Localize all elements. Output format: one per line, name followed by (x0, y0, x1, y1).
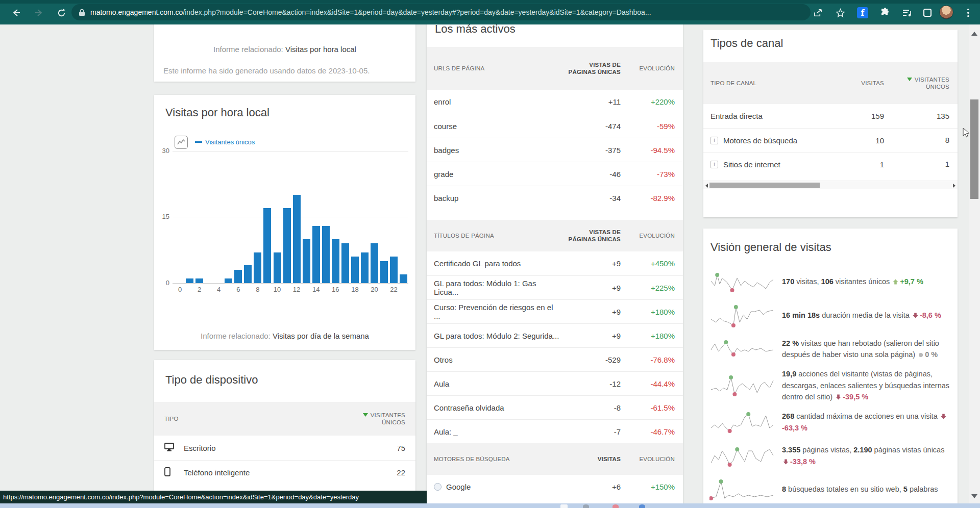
sparkline-chart[interactable] (709, 408, 776, 437)
bar-hour-8[interactable] (254, 252, 261, 283)
vertical-scrollbar-thumb[interactable] (970, 99, 978, 199)
column-header-label[interactable]: TÍTULOS DE PÁGINA (434, 233, 560, 239)
bar-hour-19[interactable] (361, 252, 369, 283)
facebook-extension-icon[interactable]: f (856, 6, 869, 19)
address-bar[interactable]: matomo.engagement.com.co/index.php?modul… (71, 4, 811, 20)
sparkline-chart[interactable] (709, 267, 776, 296)
bar-hour-23[interactable] (400, 274, 407, 283)
bar-hour-10[interactable] (274, 252, 281, 283)
refresh-button[interactable] (54, 5, 69, 20)
channel-label[interactable]: +Motores de búsqueda (710, 136, 828, 145)
windows-taskbar[interactable] (0, 503, 980, 508)
taskbar-icon[interactable] (560, 504, 568, 508)
bar-hour-17[interactable] (341, 243, 349, 283)
channel-table-row[interactable]: Entrada directa 159 135 (703, 104, 958, 128)
table-row[interactable]: Certificado GL para todos +9 +450% (427, 251, 683, 275)
sparkline-chart[interactable] (709, 371, 776, 400)
row-label[interactable]: Google (434, 482, 560, 491)
scroll-right-icon[interactable] (953, 184, 955, 188)
extensions-puzzle-icon[interactable] (878, 6, 892, 19)
row-label[interactable]: Certificado GL para todos (434, 259, 560, 268)
bar-hour-11[interactable] (283, 208, 291, 283)
bar-hour-2[interactable] (195, 278, 203, 283)
share-icon[interactable] (811, 6, 824, 19)
channel-table-row[interactable]: +Sitios de internet 1 1 (703, 152, 958, 176)
row-label[interactable]: backup (434, 194, 560, 202)
row-label[interactable]: course (434, 122, 560, 131)
device-table-row[interactable]: Teléfono inteligente 22 (154, 460, 415, 485)
overview-metric-row[interactable]: 3.355 páginas vistas, 2.190 páginas vist… (709, 442, 953, 470)
overview-metric-row[interactable]: 22 % visitas que han rebotado (salieron … (709, 335, 953, 363)
table-row[interactable]: Otros -529 -76.8% (427, 347, 683, 371)
column-header-label[interactable]: MOTORES DE BÚSQUEDA (434, 456, 560, 462)
bar-hour-14[interactable] (312, 226, 320, 283)
bookmark-star-icon[interactable] (834, 6, 847, 19)
sparkline-chart[interactable] (709, 442, 776, 470)
bar-hour-6[interactable] (234, 270, 242, 283)
profile-avatar[interactable] (939, 5, 953, 19)
expand-icon[interactable]: + (710, 137, 718, 144)
lock-icon[interactable] (79, 9, 85, 16)
back-button[interactable] (9, 5, 24, 20)
row-label[interactable]: Contraseña olvidada (434, 403, 560, 412)
scroll-up-icon[interactable] (971, 32, 977, 36)
column-header-evolution[interactable]: EVOLUCIÓN (621, 65, 675, 71)
column-header-value[interactable]: VISTAS DE PÁGINAS ÚNICAS (560, 61, 621, 75)
column-header-type[interactable]: TIPO (164, 416, 339, 422)
row-label[interactable]: GL para todos: Módulo 2: Segurida... (434, 332, 560, 340)
column-header-evolution[interactable]: EVOLUCIÓN (621, 233, 675, 239)
forward-button[interactable] (31, 5, 46, 20)
horizontal-scrollbar-thumb[interactable] (709, 183, 820, 188)
bar-hour-7[interactable] (244, 265, 252, 283)
taskbar-icon[interactable] (639, 504, 645, 508)
table-row[interactable]: backup -34 -82.9% (427, 186, 683, 210)
device-label[interactable]: Escritorio (184, 444, 397, 452)
row-label[interactable]: Otros (434, 355, 560, 364)
column-header-value[interactable]: VISITAS (560, 455, 621, 463)
bar-hour-12[interactable] (293, 195, 301, 283)
table-row[interactable]: GL para todos: Módulo 2: Segurida... +9 … (427, 323, 683, 347)
table-row[interactable]: GL para todos: Módulo 1: Gas Licua... +9… (427, 275, 683, 299)
channel-label[interactable]: Entrada directa (710, 112, 828, 120)
column-header-evolution[interactable]: EVOLUCIÓN (621, 456, 675, 462)
table-row[interactable]: Aula -12 -44.4% (427, 371, 683, 395)
bar-hour-13[interactable] (303, 239, 310, 283)
horizontal-scrollbar[interactable] (703, 181, 958, 189)
row-label[interactable]: GL para todos: Módulo 1: Gas Licua... (434, 279, 560, 296)
taskbar-icon[interactable] (583, 504, 589, 508)
row-label[interactable]: Aula (434, 379, 560, 388)
column-header-unique-visitors[interactable]: VISITANTES ÚNICOS (339, 412, 405, 426)
related-report-link[interactable]: Visitas por hora local (285, 45, 356, 54)
table-row[interactable]: grade -46 -73% (427, 162, 683, 186)
bar-hour-21[interactable] (380, 261, 388, 283)
channel-table-row[interactable]: +Motores de búsqueda 10 8 (703, 128, 958, 152)
overview-metric-row[interactable]: 170 visitas, 106 visitantes únicos +9,7 … (709, 267, 953, 296)
browser-menu-icon[interactable] (962, 6, 975, 19)
column-header-channel-type[interactable]: TIPO DE CANAL (710, 80, 828, 86)
bar-hour-18[interactable] (351, 257, 359, 283)
row-label[interactable]: badges (434, 146, 560, 155)
row-label[interactable]: grade (434, 170, 560, 179)
table-row[interactable]: course -474 -59% (427, 114, 683, 138)
column-header-unique-visitors[interactable]: VISITANTES ÚNICOS (884, 76, 949, 90)
chart-legend[interactable]: Visitantes únicos (195, 138, 255, 146)
export-image-icon[interactable] (175, 136, 188, 149)
column-header-visits[interactable]: VISITAS (828, 80, 884, 86)
bar-hour-16[interactable] (332, 239, 339, 283)
sparkline-chart[interactable] (709, 475, 776, 504)
related-report-link[interactable]: Visitas por día de la semana (273, 332, 369, 340)
table-row[interactable]: Aula: _ -7 -46.7% (427, 419, 683, 443)
table-row[interactable]: Contraseña olvidada -8 -61.5% (427, 395, 683, 419)
device-table-row[interactable]: Escritorio 75 (154, 436, 415, 460)
expand-icon[interactable]: + (710, 161, 718, 168)
column-header-value[interactable]: VISTAS DE PÁGINAS ÚNICAS (560, 228, 621, 243)
sparkline-chart[interactable] (709, 301, 776, 329)
bar-hour-20[interactable] (371, 243, 378, 283)
overview-metric-row[interactable]: 8 búsquedas totales en su sitio web, 5 p… (709, 475, 953, 504)
taskbar-icon[interactable] (612, 504, 619, 508)
table-row[interactable]: Curso: Prevención de riesgos en el ... +… (427, 299, 683, 323)
vertical-scrollbar[interactable] (969, 24, 980, 503)
column-header-label[interactable]: URLS DE PÁGINA (434, 65, 560, 71)
overview-metric-row[interactable]: 16 min 18s duración media de la visita -… (709, 301, 953, 329)
sidebar-extension-icon[interactable] (921, 6, 934, 19)
